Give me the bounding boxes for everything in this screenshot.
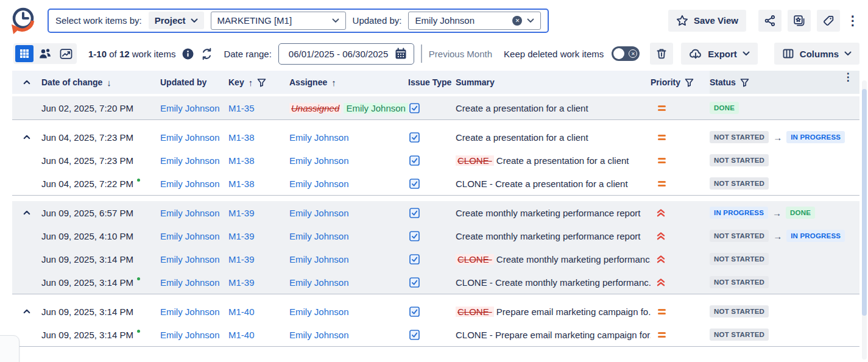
previous-month-button[interactable]: Previous Month — [429, 49, 492, 59]
status-badge: IN PROGRESS — [786, 131, 845, 143]
assignee-link[interactable]: Emily Johnson — [289, 254, 349, 264]
tag-button[interactable] — [817, 10, 840, 32]
updated-by-link[interactable]: Emily Johnson — [160, 208, 220, 218]
assignee-link[interactable]: Emily Johnson — [289, 155, 349, 166]
updated-by-link[interactable]: Emily Johnson — [160, 179, 220, 189]
change-date: Jun 04, 2025, 7:22 PM — [41, 179, 160, 189]
updated-by-link[interactable]: Emily Johnson — [160, 277, 220, 288]
toggle-knob — [613, 48, 624, 59]
work-item-key-link[interactable]: M1-38 — [228, 179, 255, 189]
updated-by-link[interactable]: Emily Johnson — [160, 155, 220, 166]
collapse-all-button[interactable] — [12, 80, 41, 85]
table-options-kebab[interactable]: ⋮ — [836, 71, 859, 94]
work-item-key-link[interactable]: M1-39 — [228, 277, 255, 288]
column-header-assignee[interactable]: Assignee ↑ — [289, 77, 408, 88]
clear-filter-icon[interactable]: ✕ — [512, 16, 522, 26]
assignee-link[interactable]: Emily Johnson — [289, 231, 349, 241]
work-item-key-link[interactable]: M1-35 — [228, 103, 255, 113]
history-row: Jun 04, 2025, 7:23 PMEmily JohnsonM1-38E… — [12, 149, 859, 172]
collapse-group-button[interactable] — [23, 135, 30, 140]
column-header-key[interactable]: Key ↑ — [228, 77, 289, 88]
assignee-cell: Emily Johnson — [289, 132, 408, 143]
work-item-key-link[interactable]: M1-38 — [228, 155, 255, 166]
updated-by-link[interactable]: Emily Johnson — [160, 103, 220, 113]
more-options-kebab[interactable]: ⋮ — [846, 13, 859, 28]
filter-funnel-icon[interactable] — [740, 78, 749, 87]
updated-by-label: Updated by: — [353, 15, 402, 26]
view-toolbar: 1-10 of 12 work items Date range: 06/01/… — [0, 39, 868, 71]
date-range-input[interactable]: 06/01/2025 - 06/30/2025 — [278, 43, 414, 65]
column-header-date[interactable]: Date of change ↓ — [41, 77, 160, 88]
assignee-link[interactable]: Emily Johnson — [289, 277, 349, 288]
column-header-status[interactable]: Status — [710, 71, 836, 94]
save-view-button[interactable]: Save View — [668, 10, 746, 32]
history-row: Jun 09, 2025, 3:14 PMEmily JohnsonM1-40E… — [12, 300, 859, 323]
assignee-link[interactable]: Emily Johnson — [289, 179, 349, 189]
task-type-icon — [409, 103, 420, 113]
updated-by-link[interactable]: Emily Johnson — [160, 254, 220, 264]
assignee-cell: Emily Johnson — [289, 155, 408, 166]
table-view-button[interactable] — [15, 45, 34, 62]
date-range-value: 06/01/2025 - 06/30/2025 — [289, 49, 388, 59]
refresh-button[interactable] — [200, 48, 213, 60]
summary-cell: Create a presentation for a client — [456, 132, 651, 143]
updated-by-select[interactable]: Emily Johnson ✕ — [408, 12, 541, 30]
chart-view-button[interactable] — [57, 45, 75, 62]
assignee-link[interactable]: Emily Johnson — [289, 330, 349, 340]
filter-funnel-icon[interactable] — [685, 78, 694, 87]
top-actions: Save View ⋮ — [668, 10, 859, 32]
sort-asc-icon[interactable]: ↑ — [249, 77, 253, 88]
removed-value: CLONE- — [456, 307, 494, 317]
column-header-issue-type[interactable]: Issue Type — [408, 77, 456, 87]
history-row: Jun 09, 2025, 6:57 PMEmily JohnsonM1-39E… — [12, 201, 859, 224]
corner-floating-widget[interactable] — [0, 335, 19, 362]
priority-medium-icon — [651, 332, 666, 338]
status-badge: IN PROGRESS — [710, 207, 768, 219]
filter-funnel-icon[interactable] — [257, 78, 266, 87]
people-view-button[interactable] — [36, 45, 54, 62]
column-header-priority[interactable]: Priority — [651, 77, 710, 87]
status-cell: NOT STARTED→IN PROGRESS — [710, 230, 836, 242]
collapse-group-button[interactable] — [23, 210, 30, 215]
work-item-key-link[interactable]: M1-39 — [228, 254, 255, 264]
work-item-key-link[interactable]: M1-38 — [228, 132, 255, 143]
vertical-scrollbar[interactable] — [862, 80, 867, 360]
delete-button[interactable] — [650, 43, 673, 65]
share-button[interactable] — [758, 10, 782, 32]
history-group: Jun 02, 2025, 7:20 PMEmily JohnsonM1-35U… — [12, 96, 859, 120]
columns-button[interactable]: Columns — [774, 43, 859, 65]
toggle-off-x-icon: ✕ — [629, 49, 637, 58]
saved-views-button[interactable] — [788, 10, 811, 32]
change-date: Jun 09, 2025, 3:14 PM — [41, 277, 160, 288]
column-header-updated-by[interactable]: Updated by — [160, 77, 228, 87]
priority-cell — [651, 279, 710, 286]
view-mode-switcher — [13, 43, 77, 64]
project-select[interactable]: MARKETING [M1] — [211, 12, 346, 30]
updated-by-link[interactable]: Emily Johnson — [160, 132, 220, 143]
export-button[interactable]: Export — [681, 43, 758, 65]
work-item-key-link[interactable]: M1-39 — [228, 208, 255, 218]
updated-by-link[interactable]: Emily Johnson — [160, 330, 220, 340]
assignee-cell: Emily Johnson — [289, 179, 408, 189]
work-item-key-link[interactable]: M1-40 — [228, 307, 255, 317]
updated-by-link[interactable]: Emily Johnson — [160, 231, 220, 241]
info-icon[interactable] — [182, 48, 194, 60]
assignee-link[interactable]: Emily Johnson — [289, 208, 349, 218]
summary-cell: CLONE- Create monthly marketing performa… — [456, 254, 651, 264]
column-header-summary[interactable]: Summary — [456, 77, 651, 87]
keep-deleted-toggle[interactable]: ✕ — [612, 46, 640, 61]
assignee-link[interactable]: Emily Johnson — [289, 307, 349, 317]
sort-desc-icon[interactable]: ↓ — [107, 77, 111, 88]
issue-type-cell — [408, 208, 456, 218]
scrollbar-thumb[interactable] — [862, 89, 867, 316]
sort-asc-icon[interactable]: ↑ — [331, 77, 336, 88]
assignee-link[interactable]: Emily Johnson — [289, 132, 349, 143]
collapse-group-button[interactable] — [23, 309, 30, 314]
work-item-key-link[interactable]: M1-39 — [228, 231, 255, 241]
work-item-key-link[interactable]: M1-40 — [228, 330, 255, 340]
select-by-dropdown[interactable]: Project — [149, 12, 204, 29]
status-badge: NOT STARTED — [710, 276, 769, 288]
assignee-cell: Emily Johnson — [289, 330, 408, 340]
updated-by-link[interactable]: Emily Johnson — [160, 307, 220, 317]
priority-medium-icon — [651, 135, 666, 140]
